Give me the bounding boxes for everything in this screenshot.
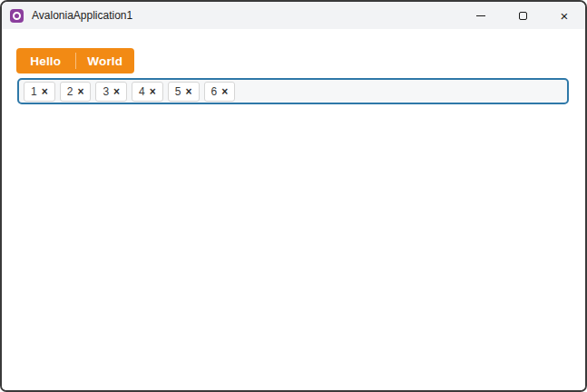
close-icon: × [221,86,228,97]
chip-remove-button[interactable]: × [186,86,192,97]
app-window: AvaloniaApplication1 × Hello World 1 [0,0,587,392]
chip-label: 1 [31,86,37,97]
chip-5[interactable]: 5 × [168,82,200,102]
chip-3[interactable]: 3 × [95,82,127,102]
titlebar[interactable]: AvaloniaApplication1 × [2,2,585,29]
close-icon: × [186,86,192,97]
client-area: Hello World 1 × 2 × 3 × [2,29,585,390]
chip-1[interactable]: 1 × [24,82,55,102]
minimize-button[interactable] [460,2,502,29]
maximize-icon [519,12,527,20]
chip-4[interactable]: 4 × [132,82,163,102]
chip-remove-button[interactable]: × [42,86,48,97]
tab-hello[interactable]: Hello [16,48,75,74]
tab-world[interactable]: World [76,48,135,74]
chip-label: 6 [211,86,218,97]
close-button[interactable]: × [543,2,585,29]
avalonia-logo-ring [13,12,21,20]
close-icon: × [42,86,48,97]
window-title: AvaloniaApplication1 [32,9,132,22]
chip-label: 5 [175,86,181,97]
chip-label: 4 [139,86,145,97]
close-icon: × [113,86,120,97]
avalonia-logo-icon [10,9,24,23]
caption-buttons: × [460,2,585,29]
tab-strip: Hello World [16,48,134,74]
chip-remove-button[interactable]: × [113,86,120,97]
maximize-button[interactable] [502,2,543,29]
chip-2[interactable]: 2 × [60,82,92,102]
chip-label: 3 [103,86,109,97]
chip-remove-button[interactable]: × [77,86,83,97]
chip-remove-button[interactable]: × [150,86,156,97]
chip-6[interactable]: 6 × [204,82,236,102]
close-icon: × [150,86,156,97]
chip-remove-button[interactable]: × [221,86,228,97]
close-icon: × [77,86,83,97]
minimize-icon [476,15,485,16]
close-icon: × [561,9,569,23]
chips-input[interactable]: 1 × 2 × 3 × 4 × [17,78,569,104]
chip-label: 2 [67,86,73,97]
